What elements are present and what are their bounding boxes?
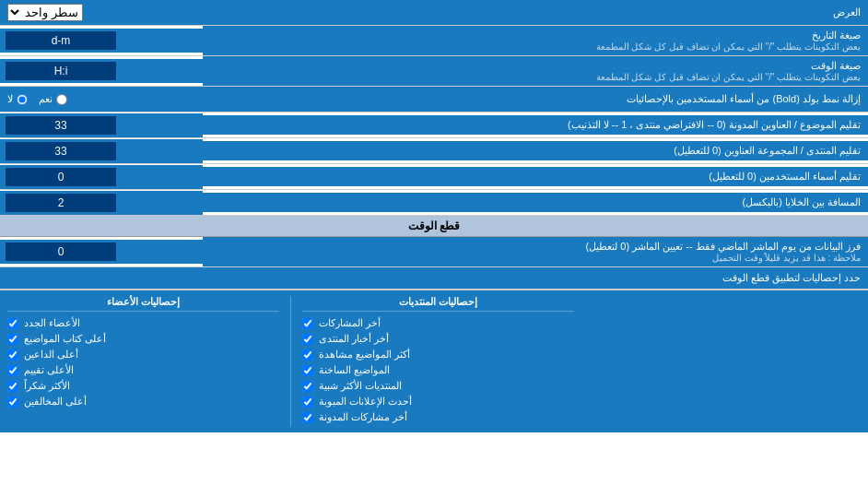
forum-order-input[interactable]	[6, 142, 116, 160]
cb-member-6: أعلى المخالفين	[7, 396, 279, 408]
display-select[interactable]: سطر واحد سطرين ثلاثة أسطر	[7, 4, 83, 21]
usernames-trim-input[interactable]	[6, 168, 116, 186]
cb-forum-3: أكثر المواضيع مشاهدة	[302, 349, 574, 361]
bold-remove-inputs: نعم لا	[0, 90, 203, 108]
cb-member-4-input[interactable]	[7, 365, 18, 376]
realtime-value-input[interactable]	[6, 243, 116, 261]
bold-remove-row: إزالة نمط بولد (Bold) من أسماء المستخدمي…	[0, 87, 868, 112]
col2-header: إحصاليات الأعضاء	[7, 296, 279, 312]
checkbox-section: إحصاليات المنتديات أخر المشاركات أخر أخب…	[0, 290, 868, 432]
cb-forum-6: أحدث الإعلانات المبوبة	[302, 396, 574, 408]
topic-order-label: تقليم الموضوع / العناوين المدونة (0 -- ا…	[203, 115, 868, 135]
date-format-input-wrapper	[0, 29, 203, 53]
date-format-row: صيغة التاريخ بعض التكوينات يتطلب "/" الت…	[0, 26, 868, 56]
topic-order-input-wrapper	[0, 113, 203, 137]
cb-forum-7-input[interactable]	[302, 412, 313, 423]
bold-no-radio[interactable]	[17, 94, 28, 105]
cb-forum-4-input[interactable]	[302, 365, 313, 376]
cb-forum-5-input[interactable]	[302, 381, 313, 392]
cell-padding-input[interactable]	[6, 194, 116, 212]
cb-forum-3-input[interactable]	[302, 349, 313, 361]
cb-forum-7: أخر مشاركات المدونة	[302, 411, 574, 423]
cell-padding-input-wrapper	[0, 191, 203, 215]
display-label: العرض	[203, 3, 868, 22]
main-container: العرض سطر واحد سطرين ثلاثة أسطر صيغة الت…	[0, 0, 868, 432]
time-format-input[interactable]	[6, 62, 116, 80]
col1-header: إحصاليات المنتديات	[302, 296, 574, 312]
cb-member-3-input[interactable]	[7, 349, 18, 361]
cb-forum-5: المنتديات الأكثر شبية	[302, 380, 574, 392]
forum-order-row: تقليم المنتدى / المجموعة العناوين (0 للت…	[0, 138, 868, 164]
cb-forum-1: أخر المشاركات	[302, 317, 574, 329]
limit-row: حدد إحصاليات لتطبيق قطع الوقت	[0, 267, 868, 290]
cb-forum-1-input[interactable]	[302, 318, 313, 329]
cb-forum-2-input[interactable]	[302, 334, 313, 345]
cb-member-2-input[interactable]	[7, 334, 18, 345]
limit-label: حدد إحصاليات لتطبيق قطع الوقت	[0, 268, 868, 288]
forum-order-input-wrapper	[0, 139, 203, 163]
cb-member-5-input[interactable]	[7, 381, 18, 392]
usernames-trim-label: تقليم أسماء المستخدمين (0 للتعطيل)	[203, 167, 868, 186]
cb-member-1-input[interactable]	[7, 318, 18, 329]
display-row: العرض سطر واحد سطرين ثلاثة أسطر	[0, 0, 868, 26]
realtime-section-header: قطع الوقت	[0, 216, 868, 237]
cb-member-2: أعلى كتاب المواضيع	[7, 333, 279, 345]
cb-forum-4: المواضيع الساخنة	[302, 364, 574, 376]
time-format-row: صيغة الوقت بعض التكوينات يتطلب "/" التي …	[0, 56, 868, 87]
display-select-wrapper: سطر واحد سطرين ثلاثة أسطر	[0, 1, 203, 24]
realtime-value-label: فرز البيانات من يوم الماشر الماضي فقط --…	[203, 237, 868, 266]
bold-yes-radio[interactable]	[56, 94, 67, 105]
time-format-label: صيغة الوقت بعض التكوينات يتطلب "/" التي …	[203, 56, 868, 86]
cb-member-5: الأكثر شكراً	[7, 380, 279, 392]
time-format-input-wrapper	[0, 59, 203, 83]
bold-remove-label: إزالة نمط بولد (Bold) من أسماء المستخدمي…	[203, 89, 868, 109]
date-format-input[interactable]	[6, 31, 116, 50]
usernames-trim-row: تقليم أسماء المستخدمين (0 للتعطيل)	[0, 164, 868, 190]
realtime-value-row: فرز البيانات من يوم الماشر الماضي فقط --…	[0, 237, 868, 267]
bold-yes-label[interactable]: نعم	[39, 93, 67, 105]
cell-padding-label: المسافة بين الخلايا (بالبكسل)	[203, 193, 868, 212]
cell-padding-row: المسافة بين الخلايا (بالبكسل)	[0, 190, 868, 216]
topic-order-input[interactable]	[6, 116, 116, 135]
cb-forum-6-input[interactable]	[302, 396, 313, 408]
checkbox-col-members: إحصاليات الأعضاء الأعضاء الجدد أعلى كتاب…	[0, 296, 287, 427]
cb-member-4: الأعلى تقييم	[7, 364, 279, 376]
forum-order-label: تقليم المنتدى / المجموعة العناوين (0 للت…	[203, 141, 868, 160]
topic-order-row: تقليم الموضوع / العناوين المدونة (0 -- ا…	[0, 112, 868, 138]
checkbox-col-forums: إحصاليات المنتديات أخر المشاركات أخر أخب…	[295, 296, 581, 427]
cb-member-1: الأعضاء الجدد	[7, 317, 279, 329]
bold-no-label[interactable]: لا	[7, 93, 28, 105]
checkbox-col-empty	[581, 296, 868, 427]
cb-member-6-input[interactable]	[7, 396, 18, 408]
col-divider	[290, 296, 291, 427]
realtime-value-input-wrapper	[0, 240, 203, 264]
usernames-trim-input-wrapper	[0, 165, 203, 189]
date-format-label: صيغة التاريخ بعض التكوينات يتطلب "/" الت…	[203, 26, 868, 55]
cb-member-3: أعلى الداعين	[7, 349, 279, 361]
cb-forum-2: أخر أخبار المنتدى	[302, 333, 574, 345]
